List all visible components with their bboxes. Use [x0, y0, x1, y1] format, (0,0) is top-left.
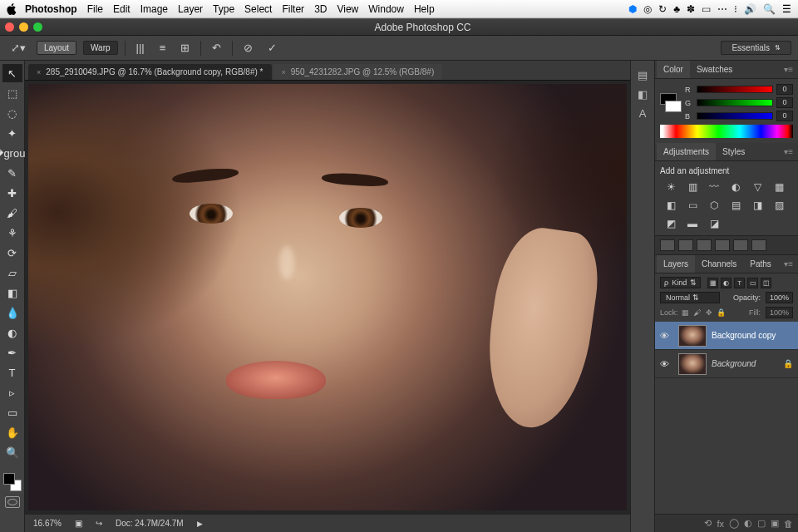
- menu-type[interactable]: Type: [213, 3, 234, 15]
- bluetooth-icon[interactable]: ✽: [687, 3, 695, 15]
- tool-type[interactable]: T: [2, 363, 22, 382]
- grid-icon[interactable]: ⊞: [176, 40, 194, 56]
- align-v-icon[interactable]: |||: [132, 40, 149, 56]
- b-value[interactable]: 0: [776, 111, 793, 121]
- color-spectrum[interactable]: [660, 125, 793, 138]
- cc-icon[interactable]: ◎: [643, 3, 652, 15]
- opacity-value[interactable]: 100%: [766, 292, 793, 303]
- adj-photo-filter-icon[interactable]: ▭: [685, 199, 700, 212]
- character-icon[interactable]: A: [639, 107, 647, 120]
- tool-blur[interactable]: 💧: [2, 303, 22, 322]
- color-swatch-pair[interactable]: [3, 473, 22, 491]
- adj-channel-mixer-icon[interactable]: ⬡: [707, 199, 722, 212]
- tool-zoom[interactable]: 🔍: [2, 443, 22, 461]
- tool-clone[interactable]: ⚘: [2, 224, 22, 242]
- tab-styles[interactable]: Styles: [716, 143, 751, 160]
- close-icon[interactable]: [5, 22, 14, 32]
- menu-window[interactable]: Window: [368, 3, 404, 15]
- maximize-icon[interactable]: [33, 22, 42, 32]
- tool-crop[interactable]: �group: [2, 144, 22, 162]
- preset-thumb[interactable]: [715, 239, 730, 251]
- g-value[interactable]: 0: [776, 97, 793, 108]
- adj-levels-icon[interactable]: ▥: [685, 180, 700, 194]
- adj-vibrance-icon[interactable]: ▽: [750, 180, 765, 194]
- canvas[interactable]: [25, 81, 630, 514]
- adj-threshold-icon[interactable]: ◩: [663, 217, 678, 230]
- foreground-swatch[interactable]: [3, 473, 15, 485]
- filter-smart-icon[interactable]: ◫: [761, 278, 771, 288]
- adj-invert-icon[interactable]: ◨: [750, 199, 765, 212]
- r-value[interactable]: 0: [776, 84, 793, 95]
- trash-icon[interactable]: 🗑: [784, 519, 793, 529]
- tool-move[interactable]: ↖: [2, 64, 22, 82]
- tool-gradient[interactable]: ◧: [2, 283, 22, 302]
- menu-file[interactable]: File: [87, 3, 103, 15]
- menu-edit[interactable]: Edit: [113, 3, 131, 15]
- chart-icon[interactable]: ⁝: [734, 3, 737, 15]
- slider-track[interactable]: [697, 112, 773, 120]
- adj-gradient-map-icon[interactable]: ▬: [685, 217, 700, 230]
- g-slider[interactable]: G0: [685, 97, 793, 108]
- filter-type-icon[interactable]: T: [734, 278, 745, 288]
- tool-magic-wand[interactable]: ✦: [2, 124, 22, 142]
- menu-image[interactable]: Image: [140, 3, 168, 15]
- menu-select[interactable]: Select: [244, 3, 272, 15]
- fill-value[interactable]: 100%: [766, 307, 793, 318]
- status-icon[interactable]: ↪: [96, 519, 102, 528]
- preset-thumb[interactable]: [733, 239, 748, 251]
- tool-history-brush[interactable]: ⟳: [2, 244, 22, 262]
- layout-mode-button[interactable]: Layout: [37, 41, 76, 55]
- filter-pixel-icon[interactable]: ▦: [707, 278, 718, 288]
- preset-thumb[interactable]: [660, 239, 675, 251]
- tool-hand[interactable]: ✋: [2, 423, 22, 441]
- filter-shape-icon[interactable]: ▭: [747, 278, 758, 288]
- tab-paths[interactable]: Paths: [743, 255, 778, 273]
- link-layers-icon[interactable]: ⟲: [704, 518, 712, 529]
- menu-view[interactable]: View: [337, 3, 358, 15]
- preset-thumb[interactable]: [678, 239, 693, 251]
- lock-position-icon[interactable]: ✥: [706, 308, 712, 317]
- layer-item[interactable]: 👁 Background 🔒: [655, 350, 798, 378]
- tab-adjustments[interactable]: Adjustments: [657, 143, 716, 160]
- search-icon[interactable]: 🔍: [763, 3, 776, 15]
- panel-menu-icon[interactable]: ▾≡: [779, 147, 798, 156]
- layer-thumbnail[interactable]: [678, 325, 707, 347]
- volume-icon[interactable]: 🔊: [744, 3, 756, 15]
- visibility-icon[interactable]: 👁: [655, 359, 673, 369]
- menu-3d[interactable]: 3D: [314, 3, 327, 15]
- menu-filter[interactable]: Filter: [282, 3, 304, 15]
- zoom-level[interactable]: 16.67%: [33, 519, 62, 528]
- apple-icon[interactable]: [7, 3, 17, 15]
- adj-selective-color-icon[interactable]: ◪: [707, 217, 722, 230]
- document-tab[interactable]: × 950_4231282.JPG @ 12.5% (RGB/8#): [273, 64, 443, 80]
- tool-eraser[interactable]: ▱: [2, 264, 22, 282]
- status-icon[interactable]: ▣: [75, 519, 82, 528]
- properties-icon[interactable]: ◧: [638, 88, 648, 101]
- workspace-switcher[interactable]: Essentials⇅: [721, 41, 791, 55]
- mask-icon[interactable]: ◯: [729, 518, 739, 529]
- b-slider[interactable]: B0: [685, 111, 793, 121]
- color-swatches[interactable]: [660, 93, 682, 112]
- sync-icon[interactable]: ↻: [658, 3, 667, 15]
- adj-posterize-icon[interactable]: ▨: [771, 199, 786, 212]
- fx-icon[interactable]: fx: [717, 519, 724, 529]
- tab-swatches[interactable]: Swatches: [690, 61, 739, 78]
- new-adjustment-icon[interactable]: ◐: [744, 518, 752, 529]
- new-layer-icon[interactable]: ▣: [771, 518, 779, 529]
- tool-rectangle[interactable]: ▭: [2, 403, 22, 421]
- tool-path-select[interactable]: ▹: [2, 383, 22, 401]
- lock-all-icon[interactable]: 🔒: [717, 308, 726, 317]
- cancel-icon[interactable]: ⊘: [239, 40, 257, 56]
- doc-info[interactable]: Doc: 24.7M/24.7M: [116, 519, 184, 528]
- wifi-icon[interactable]: ⋯: [717, 3, 727, 15]
- r-slider[interactable]: R0: [685, 84, 793, 95]
- adj-bw-icon[interactable]: ◧: [663, 199, 678, 212]
- close-icon[interactable]: ×: [37, 68, 41, 76]
- tab-layers[interactable]: Layers: [657, 255, 695, 273]
- tool-lasso[interactable]: ◌: [2, 104, 22, 122]
- tool-dodge[interactable]: ◐: [2, 323, 22, 342]
- adj-curves-icon[interactable]: 〰: [707, 180, 722, 194]
- close-icon[interactable]: ×: [282, 68, 286, 76]
- panel-menu-icon[interactable]: ▾≡: [779, 65, 798, 74]
- preset-thumb[interactable]: [751, 239, 766, 251]
